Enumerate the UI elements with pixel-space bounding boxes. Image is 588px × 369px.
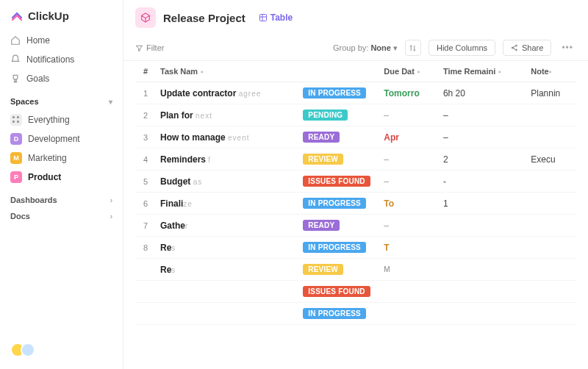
task-name-cell[interactable]: How to manage event bbox=[156, 126, 298, 148]
table-row[interactable]: 4Reminders fREVIEW–2Execu bbox=[135, 148, 576, 171]
table-row[interactable]: 6FinalizeIN PROGRESSTo1 bbox=[135, 193, 576, 215]
time-cell[interactable]: 1 bbox=[439, 193, 526, 215]
due-cell[interactable]: To bbox=[379, 193, 439, 215]
status-cell[interactable]: PENDING bbox=[298, 104, 379, 126]
dashboards-link[interactable]: Dashboards › bbox=[0, 187, 123, 209]
notes-cell[interactable] bbox=[526, 104, 576, 126]
more-menu[interactable]: ••• bbox=[559, 43, 576, 53]
avatar-stack[interactable] bbox=[10, 343, 112, 357]
svg-point-2 bbox=[516, 45, 517, 46]
task-name-cell[interactable]: Update contractor agree bbox=[156, 82, 298, 104]
filter-button[interactable]: Filter bbox=[135, 43, 164, 52]
notes-cell[interactable] bbox=[526, 193, 576, 215]
col-num[interactable]: # bbox=[135, 61, 156, 82]
due-cell[interactable]: Tomorro bbox=[379, 82, 439, 104]
table-row[interactable]: 7GatherREADY– bbox=[135, 215, 576, 237]
status-cell[interactable]: ISSUES FOUND bbox=[298, 171, 379, 193]
notes-cell[interactable] bbox=[526, 171, 576, 193]
task-name-cell[interactable]: Finalize bbox=[156, 193, 298, 215]
status-cell[interactable]: ISSUES FOUND bbox=[298, 281, 379, 303]
notes-cell[interactable] bbox=[526, 281, 576, 303]
nav-notifications[interactable]: Notifications bbox=[0, 50, 123, 69]
docs-link[interactable]: Docs › bbox=[0, 209, 123, 225]
task-name-cell[interactable]: Res bbox=[156, 237, 298, 259]
time-cell[interactable]: – bbox=[439, 104, 526, 126]
chevron-right-icon: › bbox=[110, 196, 112, 204]
sort-button[interactable] bbox=[405, 40, 421, 56]
col-time[interactable]: Time Remaini ▪ bbox=[439, 61, 526, 82]
spaces-header[interactable]: Spaces ▾ bbox=[0, 88, 123, 110]
status-cell[interactable]: IN PROGRESS bbox=[298, 303, 379, 325]
time-cell[interactable] bbox=[439, 303, 526, 325]
time-cell[interactable]: 6h 20 bbox=[439, 82, 526, 104]
due-cell[interactable] bbox=[379, 281, 439, 303]
col-name[interactable]: Task Nam ▪ bbox=[156, 61, 298, 82]
project-icon[interactable] bbox=[135, 7, 156, 28]
table-row[interactable]: 1Update contractor agreeIN PROGRESSTomor… bbox=[135, 82, 576, 104]
table-row[interactable]: IN PROGRESS bbox=[135, 303, 576, 325]
task-name-cell[interactable] bbox=[156, 281, 298, 303]
due-cell[interactable]: M bbox=[379, 259, 439, 281]
sidebar-item-development[interactable]: D Development bbox=[0, 129, 123, 148]
brand-name: ClickUp bbox=[28, 10, 69, 22]
col-due[interactable]: Due Dat ▪ bbox=[379, 61, 439, 82]
hide-columns-button[interactable]: Hide Columns bbox=[429, 40, 495, 56]
task-name-cell[interactable]: Plan for next bbox=[156, 104, 298, 126]
notes-cell[interactable]: Execu bbox=[526, 148, 576, 171]
status-badge: IN PROGRESS bbox=[303, 308, 366, 319]
task-name-cell[interactable] bbox=[156, 303, 298, 325]
notes-cell[interactable] bbox=[526, 259, 576, 281]
due-cell[interactable]: – bbox=[379, 148, 439, 171]
col-notes[interactable]: Note▪ bbox=[526, 61, 576, 82]
status-cell[interactable]: READY bbox=[298, 126, 379, 148]
status-badge: READY bbox=[303, 132, 340, 143]
notes-cell[interactable] bbox=[526, 237, 576, 259]
status-cell[interactable]: IN PROGRESS bbox=[298, 237, 379, 259]
status-cell[interactable]: IN PROGRESS bbox=[298, 82, 379, 104]
row-num: 1 bbox=[135, 82, 156, 104]
logo[interactable]: ClickUp bbox=[0, 6, 123, 31]
task-name-cell[interactable]: Gather bbox=[156, 215, 298, 237]
view-table[interactable]: Table bbox=[259, 12, 293, 23]
notes-cell[interactable] bbox=[526, 126, 576, 148]
task-name-cell[interactable]: Res bbox=[156, 259, 298, 281]
table-row[interactable]: 3How to manage eventREADYApr– bbox=[135, 126, 576, 148]
sidebar-item-marketing[interactable]: M Marketing bbox=[0, 148, 123, 168]
nav-home[interactable]: Home bbox=[0, 31, 123, 50]
status-badge: IN PROGRESS bbox=[303, 87, 366, 98]
status-cell[interactable]: REVIEW bbox=[298, 259, 379, 281]
due-cell[interactable]: – bbox=[379, 104, 439, 126]
sidebar-item-everything[interactable]: Everything bbox=[0, 110, 123, 129]
time-cell[interactable] bbox=[439, 215, 526, 237]
time-cell[interactable]: – bbox=[439, 126, 526, 148]
status-cell[interactable]: REVIEW bbox=[298, 148, 379, 171]
status-cell[interactable]: IN PROGRESS bbox=[298, 193, 379, 215]
sidebar-item-product[interactable]: P Product bbox=[0, 168, 123, 187]
notes-cell[interactable]: Plannin bbox=[526, 82, 576, 104]
table-row[interactable]: 2Plan for nextPENDING–– bbox=[135, 104, 576, 126]
share-button[interactable]: Share bbox=[503, 40, 551, 56]
table-row[interactable]: ISSUES FOUND bbox=[135, 281, 576, 303]
notes-cell[interactable] bbox=[526, 303, 576, 325]
time-cell[interactable]: 2 bbox=[439, 148, 526, 171]
due-cell[interactable]: – bbox=[379, 215, 439, 237]
time-cell[interactable]: - bbox=[439, 171, 526, 193]
status-badge: PENDING bbox=[303, 110, 348, 121]
time-cell[interactable] bbox=[439, 281, 526, 303]
notes-cell[interactable] bbox=[526, 215, 576, 237]
task-name-cell[interactable]: Budget as bbox=[156, 171, 298, 193]
status-badge: REVIEW bbox=[303, 264, 343, 275]
group-by-dropdown[interactable]: Group by: None ▾ bbox=[333, 43, 398, 53]
table-row[interactable]: 5Budget asISSUES FOUND–- bbox=[135, 171, 576, 193]
due-cell[interactable]: – bbox=[379, 171, 439, 193]
table-row[interactable]: ResREVIEWM bbox=[135, 259, 576, 281]
due-cell[interactable]: Apr bbox=[379, 126, 439, 148]
nav-goals[interactable]: Goals bbox=[0, 69, 123, 88]
table-row[interactable]: 8ResIN PROGRESST bbox=[135, 237, 576, 259]
time-cell[interactable] bbox=[439, 259, 526, 281]
status-cell[interactable]: READY bbox=[298, 215, 379, 237]
due-cell[interactable]: T bbox=[379, 237, 439, 259]
time-cell[interactable] bbox=[439, 237, 526, 259]
task-name-cell[interactable]: Reminders f bbox=[156, 148, 298, 171]
due-cell[interactable] bbox=[379, 303, 439, 325]
